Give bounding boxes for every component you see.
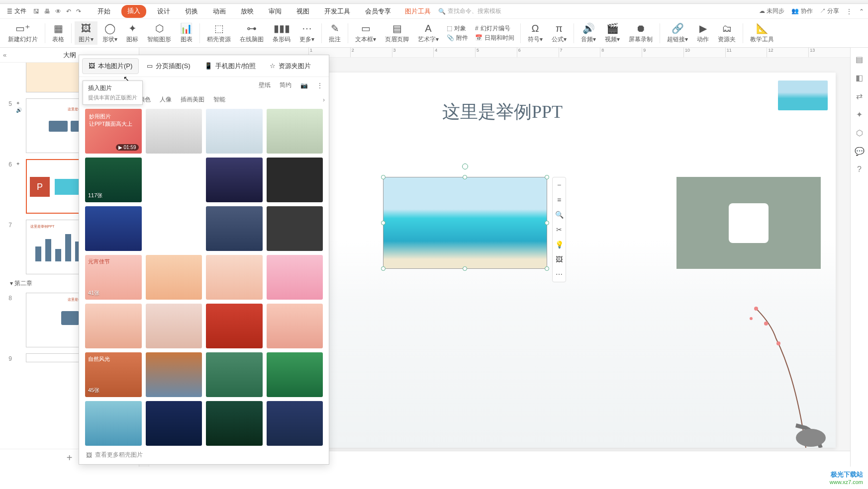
resize-handle[interactable] xyxy=(545,175,549,179)
resource-button[interactable]: 🗂资源夹 xyxy=(714,21,740,45)
smartart-button[interactable]: ⬡智能图形 xyxy=(143,21,175,45)
object-button[interactable]: ⬚ 对象 xyxy=(447,24,468,33)
zoom-in-icon[interactable]: 🔍 xyxy=(553,207,566,222)
stock-album[interactable]: 自然风光 45张 xyxy=(85,352,142,397)
audio-button[interactable]: 🔊音频▾ xyxy=(577,21,600,45)
stock-image[interactable] xyxy=(206,401,263,446)
resize-handle[interactable] xyxy=(463,266,467,271)
datetime-button[interactable]: 📅 日期和时间 xyxy=(475,34,514,42)
animation-pane-icon[interactable]: ✦ xyxy=(856,110,863,119)
tab-insert[interactable]: 插入 xyxy=(121,5,146,18)
tab-devtools[interactable]: 开发工具 xyxy=(320,5,354,18)
stock-image[interactable] xyxy=(206,158,263,202)
tab-member[interactable]: 会员专享 xyxy=(361,5,395,18)
resource-pane-icon[interactable]: ⬡ xyxy=(856,128,863,138)
video-button[interactable]: 🎬视频▾ xyxy=(601,21,624,45)
hyperlink-button[interactable]: 🔗超链接▾ xyxy=(663,21,692,45)
stock-image[interactable] xyxy=(146,304,202,348)
share-button[interactable]: ↗ 分享 xyxy=(820,7,839,15)
annotate-button[interactable]: ✎批注 xyxy=(325,21,345,45)
icon-button[interactable]: ✦图标 xyxy=(122,21,142,45)
tab-start[interactable]: 开始 xyxy=(94,5,114,18)
stock-image[interactable] xyxy=(206,352,263,397)
stock-image[interactable] xyxy=(206,255,263,300)
filter-simple[interactable]: 简约 xyxy=(280,81,291,89)
symbol-button[interactable]: Ω符号▾ xyxy=(524,21,547,45)
more-options-icon[interactable]: ⋯ xyxy=(553,267,566,282)
more-icon[interactable]: ⋮ xyxy=(317,82,323,89)
stock-image[interactable] xyxy=(267,304,323,348)
stock-image[interactable] xyxy=(85,304,142,348)
rotate-handle[interactable] xyxy=(462,163,468,169)
tab-view[interactable]: 视图 xyxy=(292,5,313,18)
stock-image[interactable] xyxy=(206,206,263,251)
nav-pane-icon[interactable]: ▤ xyxy=(856,55,863,64)
preview-icon[interactable]: 👁 xyxy=(55,8,61,15)
wordart-button[interactable]: A艺术字▾ xyxy=(414,21,443,45)
more-menu-icon[interactable]: ⋮ xyxy=(846,8,852,15)
zoom-out-icon[interactable]: − xyxy=(553,177,566,192)
tab-design[interactable]: 设计 xyxy=(153,5,174,18)
stock-image[interactable] xyxy=(146,109,202,154)
resize-handle[interactable] xyxy=(545,221,549,225)
tab-review[interactable]: 审阅 xyxy=(265,5,286,18)
tab-animation[interactable]: 动画 xyxy=(209,5,230,18)
stock-image[interactable] xyxy=(146,206,202,251)
stock-image[interactable] xyxy=(206,304,263,348)
category-scroll-right-icon[interactable]: › xyxy=(323,96,325,103)
stock-image[interactable] xyxy=(85,401,142,446)
tab-slideshow[interactable]: 放映 xyxy=(237,5,258,18)
design-pane-icon[interactable]: ◧ xyxy=(856,73,863,82)
collaborate-button[interactable]: 👥 协作 xyxy=(791,7,812,15)
category-smart[interactable]: 智能 xyxy=(213,95,225,104)
header-footer-button[interactable]: ▤页眉页脚 xyxy=(381,21,413,45)
resize-handle[interactable] xyxy=(545,266,549,271)
video-tutorial-card[interactable]: 妙用图片让PPT颜面高大上 ▶ 01:59 xyxy=(85,109,142,154)
barcode-button[interactable]: ▮▮▮条形码 xyxy=(269,21,294,45)
slide-title-text[interactable]: 这里是举例PPT xyxy=(442,100,563,124)
stock-album[interactable]: 117张 xyxy=(85,158,142,202)
stock-image[interactable] xyxy=(146,255,202,300)
redo-icon[interactable]: ↷ xyxy=(76,8,81,15)
collapse-ribbon-icon[interactable]: ⌃ xyxy=(859,8,864,15)
collapse-outline-icon[interactable]: « xyxy=(3,51,6,59)
more-button[interactable]: ⋯更多▾ xyxy=(295,21,318,45)
slide-number-button[interactable]: # 幻灯片编号 xyxy=(475,24,514,33)
stock-image[interactable] xyxy=(267,352,323,397)
effects-icon[interactable]: 💡 xyxy=(553,237,566,252)
mindmap-button[interactable]: ⊶在线脑图 xyxy=(236,21,268,45)
picture-button[interactable]: 🖼图片▾ xyxy=(75,21,97,45)
stock-image[interactable] xyxy=(85,206,142,251)
transition-pane-icon[interactable]: ⇄ xyxy=(856,91,863,101)
stock-image[interactable] xyxy=(206,109,263,154)
file-menu[interactable]: ☰ 文件 xyxy=(4,6,29,16)
view-more-link[interactable]: 🖼 查看更多稻壳图片 xyxy=(79,446,329,464)
image-placeholder[interactable] xyxy=(676,177,821,269)
dropdown-tab-page-illustration[interactable]: ▭分页插图(S) xyxy=(141,59,196,74)
dropdown-tab-resource-picture[interactable]: ☆资源夹图片 xyxy=(264,59,317,74)
resize-handle[interactable] xyxy=(463,175,467,179)
action-button[interactable]: ▶动作 xyxy=(693,21,713,45)
category-illustration[interactable]: 插画美图 xyxy=(181,95,204,104)
textbox-button[interactable]: ▭文本框▾ xyxy=(351,21,380,45)
save-icon[interactable]: 🖫 xyxy=(33,8,39,15)
stock-image[interactable] xyxy=(267,158,323,202)
print-icon[interactable]: 🖶 xyxy=(44,8,50,15)
tab-transition[interactable]: 切换 xyxy=(181,5,202,18)
sync-status[interactable]: ☁ 未同步 xyxy=(759,7,784,15)
stock-image[interactable] xyxy=(146,158,202,202)
dropdown-tab-phone-picture[interactable]: 📱手机图片/拍照 xyxy=(198,59,262,74)
replace-image-icon[interactable]: 🖼 xyxy=(553,252,566,267)
dropdown-tab-local-picture[interactable]: 🖼本地图片(P) xyxy=(82,58,139,74)
shape-button[interactable]: ◯形状▾ xyxy=(98,21,121,45)
stock-image[interactable] xyxy=(146,401,202,446)
corner-thumbnail-image[interactable] xyxy=(778,81,828,110)
attachment-button[interactable]: 📎 附件 xyxy=(447,34,468,42)
stock-image[interactable] xyxy=(267,109,323,154)
stock-image[interactable] xyxy=(267,255,323,300)
resize-handle[interactable] xyxy=(381,175,386,179)
crop-icon[interactable]: ✂ xyxy=(553,222,566,237)
docer-button[interactable]: ⬚稻壳资源 xyxy=(203,21,235,45)
context-tab-picture-tools[interactable]: 图片工具 xyxy=(405,7,431,16)
command-search[interactable]: 🔍 查找命令、搜索模板 xyxy=(438,7,501,15)
